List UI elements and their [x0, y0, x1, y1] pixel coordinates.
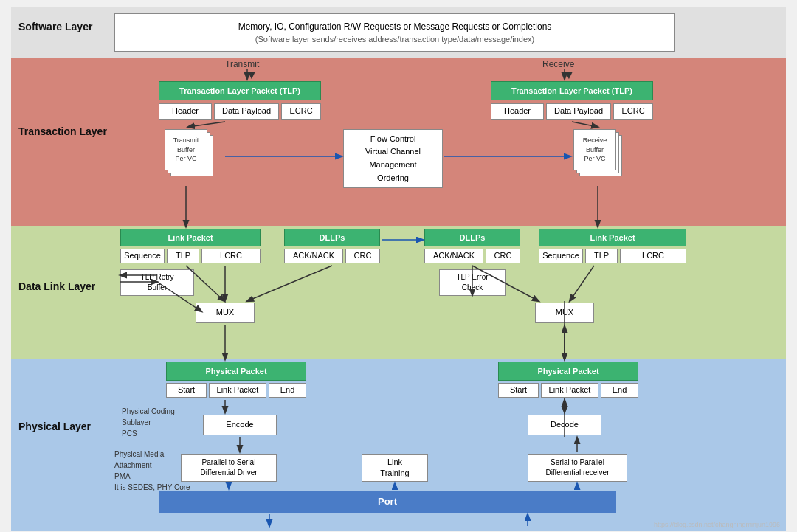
- pcs-text: Physical Coding Sublayer PCS: [122, 407, 175, 438]
- ack-nack-right: ACK/NACK: [424, 249, 483, 263]
- tlp-error-check-label: TLP Error Check: [456, 272, 488, 293]
- port-label: Port: [378, 496, 397, 507]
- dllps-left-box: DLLPs: [284, 229, 380, 246]
- tlp-left-ecrc: ECRC: [281, 103, 321, 120]
- tlp-error-check-box: TLP Error Check: [439, 269, 506, 296]
- lcrc-left: LCRC: [201, 249, 261, 263]
- physical-packet-left-label: Physical Packet: [205, 366, 266, 376]
- phys-right-link-packet: Link Packet: [541, 383, 598, 398]
- parallel-serial-box: Parallel to Serial Differential Driver: [181, 454, 277, 482]
- flow-control-line1: Flow Control: [370, 133, 416, 146]
- flow-control-line4: Ordering: [377, 172, 409, 185]
- receive-buffer-label: Receive Buffer Per VC: [583, 136, 607, 164]
- crc-left: CRC: [345, 249, 380, 263]
- link-packet-right-box: Link Packet: [539, 229, 686, 246]
- tlp-right-box: Transaction Layer Packet (TLP): [491, 81, 653, 100]
- pma-label: Physical Media Attachment PMA It is SEDE…: [114, 449, 190, 493]
- mux-right-label: MUX: [556, 307, 573, 318]
- flow-control-box: Flow Control Virtual Channel Management …: [343, 129, 443, 188]
- tlp-right-label: Transaction Layer Packet (TLP): [511, 86, 632, 96]
- tlp-left-box: Transaction Layer Packet (TLP): [159, 81, 321, 100]
- encode-label: Encode: [226, 419, 253, 430]
- pcs-label: Physical Coding Sublayer PCS: [122, 406, 175, 439]
- software-description: Memory, IO, Configuration R/W Requests o…: [114, 13, 675, 52]
- receive-arrow-icon: ▼: [563, 69, 575, 82]
- software-desc-line2: (Software layer sends/receives address/t…: [255, 33, 534, 46]
- phys-right-end: End: [601, 383, 638, 398]
- transaction-layer-label: Transaction Layer: [18, 125, 107, 137]
- datalink-layer-label: Data Link Layer: [18, 280, 95, 292]
- tlp-right-dll: TLP: [585, 249, 618, 263]
- physical-packet-right-box: Physical Packet: [498, 362, 638, 381]
- receive-buffer-stack: Receive Buffer Per VC: [573, 129, 621, 184]
- flow-control-line3: Management: [369, 159, 416, 172]
- software-desc-line1: Memory, IO, Configuration R/W Requests o…: [238, 20, 552, 33]
- pma-text: Physical Media Attachment PMA It is SEDE…: [114, 450, 190, 491]
- sequence-right: Sequence: [539, 249, 583, 263]
- encode-box: Encode: [203, 415, 277, 435]
- serial-parallel-box: Serial to Parallel Differential receiver: [528, 454, 627, 482]
- receive-label: Receive: [542, 59, 574, 69]
- decode-box: Decode: [528, 415, 601, 435]
- link-training-label: Link Training: [380, 457, 409, 480]
- watermark: https://blog.csdn.net/changningminjun199…: [654, 521, 780, 528]
- link-training-box: Link Training: [362, 454, 428, 482]
- software-layer-label: Software Layer: [18, 21, 92, 32]
- crc-right: CRC: [486, 249, 520, 263]
- dllps-right-box: DLLPs: [424, 229, 520, 246]
- phys-left-end: End: [269, 383, 306, 398]
- dllps-right-label: DLLPs: [460, 232, 486, 243]
- phys-left-link-packet: Link Packet: [209, 383, 266, 398]
- physical-packet-left-box: Physical Packet: [166, 362, 306, 381]
- physical-layer-label: Physical Layer: [18, 421, 91, 432]
- transmit-label: Transmit: [225, 59, 259, 69]
- transmit-buffer-stack: Transmit Buffer Per VC: [165, 129, 213, 184]
- mux-right-box: MUX: [535, 303, 594, 323]
- ack-nack-left: ACK/NACK: [284, 249, 343, 263]
- tlp-right-data-payload: Data Payload: [546, 103, 611, 120]
- mux-left-label: MUX: [216, 307, 234, 318]
- flow-control-line2: Virtual Channel: [365, 145, 421, 159]
- tlp-left-header: Header: [159, 103, 212, 120]
- phys-left-start: Start: [166, 383, 207, 398]
- transmit-buffer-label: Transmit Buffer Per VC: [173, 136, 199, 164]
- tlp-left-label: Transaction Layer Packet (TLP): [179, 86, 300, 96]
- tlp-right-ecrc: ECRC: [613, 103, 653, 120]
- diagram-container: Software Layer Memory, IO, Configuration…: [11, 7, 786, 531]
- lcrc-right: LCRC: [620, 249, 686, 263]
- tlp-left-data-payload: Data Payload: [214, 103, 279, 120]
- dllps-left-label: DLLPs: [320, 232, 345, 243]
- tlp-retry-buffer-label: TLP Retry Buffer: [141, 272, 174, 293]
- decode-label: Decode: [551, 419, 579, 430]
- physical-packet-right-label: Physical Packet: [537, 366, 598, 376]
- port-bar: Port: [159, 491, 616, 513]
- parallel-serial-label: Parallel to Serial Differential Driver: [200, 457, 257, 478]
- mux-left-box: MUX: [196, 303, 255, 323]
- tlp-retry-buffer: TLP Retry Buffer: [120, 269, 194, 296]
- tlp-right-header: Header: [491, 103, 544, 120]
- transmit-arrow-icon: ▼: [246, 69, 258, 82]
- sequence-left: Sequence: [120, 249, 165, 263]
- phys-right-start: Start: [498, 383, 539, 398]
- serial-parallel-label: Serial to Parallel Differential receiver: [546, 457, 610, 478]
- pcs-pma-divider: [114, 443, 771, 443]
- link-packet-right-label: Link Packet: [590, 232, 635, 243]
- tlp-left-dll: TLP: [167, 249, 199, 263]
- link-packet-left-box: Link Packet: [120, 229, 261, 246]
- link-packet-left-label: Link Packet: [168, 232, 213, 243]
